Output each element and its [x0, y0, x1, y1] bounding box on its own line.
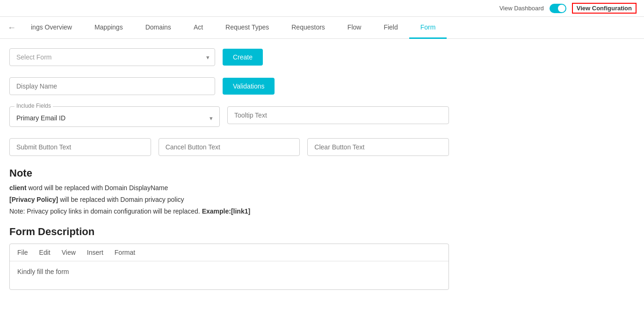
- tooltip-text-input[interactable]: [227, 106, 449, 124]
- validations-button[interactable]: Validations: [223, 78, 275, 95]
- note-section: Note client word will be replaced with D…: [9, 167, 449, 216]
- tab-flow[interactable]: Flow: [336, 17, 373, 39]
- view-dashboard-label: View Dashboard: [499, 5, 544, 12]
- view-configuration-label[interactable]: View Configuration: [572, 3, 637, 14]
- note-line2-rest: will be replaced with Domain privacy pol…: [58, 196, 184, 203]
- toolbar-view[interactable]: View: [62, 249, 76, 256]
- include-fields-row: Include Fields Primary Email ID ▾: [9, 106, 449, 127]
- tab-settings-overview[interactable]: ings Overview: [20, 17, 83, 39]
- editor-container: File Edit View Insert Format Kindly fill…: [9, 244, 449, 290]
- create-button[interactable]: Create: [223, 49, 263, 66]
- note-heading: Note: [9, 167, 449, 179]
- tab-domains[interactable]: Domains: [134, 17, 182, 39]
- include-fields-label: Include Fields: [14, 103, 53, 109]
- tab-request-types[interactable]: Request Types: [214, 17, 280, 39]
- form-description-heading: Form Description: [9, 226, 449, 238]
- note-line-3: Note: Privacy policy links in domain con…: [9, 207, 449, 216]
- note-line3-bold: Example:[link1]: [202, 207, 250, 215]
- include-fields-arrow-icon: ▾: [210, 115, 213, 122]
- note-line1-rest: word will be replaced with Domain Displa…: [27, 184, 168, 192]
- select-form-wrapper[interactable]: Select Form: [9, 48, 215, 66]
- submit-button-text-input[interactable]: [9, 138, 151, 156]
- note-line-2: [Privacy Policy] will be replaced with D…: [9, 195, 449, 205]
- cancel-button-text-input[interactable]: [159, 138, 300, 156]
- back-button[interactable]: ←: [4, 17, 20, 38]
- note-line2-bold: [Privacy Policy]: [9, 196, 58, 203]
- note-line-1: client word will be replaced with Domain…: [9, 183, 449, 193]
- select-form-row: Select Form Create: [9, 48, 449, 66]
- nav-tabs: ← ings Overview Mappings Domains Act Req…: [0, 17, 644, 39]
- tab-act[interactable]: Act: [182, 17, 214, 39]
- toolbar-file[interactable]: File: [17, 249, 28, 256]
- clear-button-text-input[interactable]: [307, 138, 449, 156]
- top-bar: View Dashboard View Configuration: [0, 0, 644, 17]
- include-fields-inner: Primary Email ID ▾: [16, 114, 213, 122]
- editor-toolbar: File Edit View Insert Format: [10, 244, 449, 261]
- select-form-dropdown[interactable]: Select Form: [9, 48, 215, 66]
- display-name-row: Validations: [9, 77, 449, 95]
- note-line1-bold: client: [9, 184, 27, 192]
- note-line3-prefix: Note: Privacy policy links in domain con…: [9, 207, 202, 215]
- tab-form[interactable]: Form: [409, 17, 447, 39]
- tab-field[interactable]: Field: [372, 17, 409, 39]
- button-text-row: [9, 138, 449, 156]
- tab-requestors[interactable]: Requestors: [280, 17, 336, 39]
- view-dashboard-toggle[interactable]: [550, 4, 566, 13]
- display-name-input[interactable]: [9, 77, 215, 95]
- toolbar-insert[interactable]: Insert: [87, 249, 103, 256]
- include-fields-group: Include Fields Primary Email ID ▾: [9, 106, 220, 127]
- main-content: Select Form Create Validations Include F…: [0, 39, 458, 299]
- include-fields-select[interactable]: Primary Email ID: [16, 114, 210, 122]
- toolbar-format[interactable]: Format: [115, 249, 135, 256]
- editor-content: Kindly fill the form: [17, 268, 69, 275]
- editor-body[interactable]: Kindly fill the form: [10, 261, 449, 289]
- toolbar-edit[interactable]: Edit: [39, 249, 51, 256]
- tab-mappings[interactable]: Mappings: [83, 17, 134, 39]
